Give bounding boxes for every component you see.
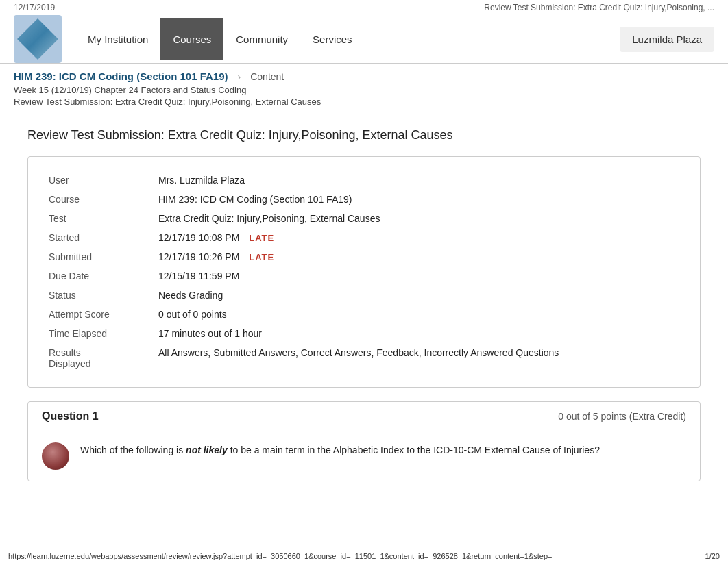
time-elapsed-row: Time Elapsed 17 minutes out of 1 hour [49,324,679,343]
status-label: Status [49,286,158,305]
due-date-row: Due Date 12/15/19 11:59 PM [49,266,679,286]
nav-services[interactable]: Services [300,18,365,60]
started-late-badge: LATE [249,233,274,243]
test-value: Extra Credit Quiz: Injury,Poisoning, Ext… [158,209,679,228]
started-value: 12/17/19 10:08 PM LATE [158,228,679,247]
results-label: ResultsDisplayed [49,343,158,373]
nav-community[interactable]: Community [223,18,300,60]
submitted-time: 12/17/19 10:26 PM [158,251,239,262]
submission-table: User Mrs. Luzmilda Plaza Course HIM 239:… [49,171,679,373]
question-number: Question 1 [42,410,99,423]
breadcrumb-area: HIM 239: ICD CM Coding (Section 101 FA19… [0,64,728,114]
attempt-score-label: Attempt Score [49,305,158,324]
question-body: Which of the following is not likely to … [28,431,700,481]
submitted-label: Submitted [49,247,158,266]
status-value: Needs Grading [158,286,679,305]
course-label: Course [49,190,158,209]
results-row: ResultsDisplayed All Answers, Submitted … [49,343,679,373]
started-row: Started 12/17/19 10:08 PM LATE [49,228,679,247]
submitted-value: 12/17/19 10:26 PM LATE [158,247,679,266]
breadcrumb-line2: Week 15 (12/10/19) Chapter 24 Factors an… [14,85,714,95]
time-elapsed-value: 17 minutes out of 1 hour [158,324,679,343]
course-value: HIM 239: ICD CM Coding (Section 101 FA19… [158,190,679,209]
breadcrumb-content[interactable]: Content [250,71,284,82]
due-date-label: Due Date [49,266,158,286]
user-row: User Mrs. Luzmilda Plaza [49,171,679,190]
submission-box: User Mrs. Luzmilda Plaza Course HIM 239:… [27,156,701,388]
question-text: Which of the following is not likely to … [80,442,600,458]
page-title-top: Review Test Submission: Extra Credit Qui… [484,3,714,12]
question-icon [42,442,69,470]
submitted-late-badge: LATE [249,252,274,262]
question-score: 0 out of 5 points (Extra Credit) [558,411,686,422]
user-label: User [49,171,158,190]
question-header: Question 1 0 out of 5 points (Extra Cred… [28,402,700,431]
started-label: Started [49,228,158,247]
logo[interactable] [14,15,62,63]
question-text-before: Which of the following is [80,445,183,455]
logo-image [17,18,58,60]
main-content: Review Test Submission: Extra Credit Qui… [0,114,728,495]
breadcrumb-line1: HIM 239: ICD CM Coding (Section 101 FA19… [14,71,714,82]
nav-courses[interactable]: Courses [160,18,223,60]
time-elapsed-label: Time Elapsed [49,324,158,343]
attempt-score-value: 0 out of 0 points [158,305,679,324]
nav-my-institution[interactable]: My Institution [75,18,160,60]
top-bar: 12/17/2019 Review Test Submission: Extra… [0,0,728,15]
question-text-after: to be a main term in the Alphabetic Inde… [230,445,600,455]
test-label: Test [49,209,158,228]
breadcrumb-sep1: › [238,71,241,82]
attempt-score-row: Attempt Score 0 out of 0 points [49,305,679,324]
nav-bar: My Institution Courses Community Service… [0,15,728,64]
course-row: Course HIM 239: ICD CM Coding (Section 1… [49,190,679,209]
date-display: 12/17/2019 [14,3,55,12]
due-date-value: 12/15/19 11:59 PM [158,266,679,286]
question-section: Question 1 0 out of 5 points (Extra Cred… [27,401,701,481]
test-row: Test Extra Credit Quiz: Injury,Poisoning… [49,209,679,228]
page-title: Review Test Submission: Extra Credit Qui… [27,128,701,142]
breadcrumb-course[interactable]: HIM 239: ICD CM Coding (Section 101 FA19… [14,71,228,82]
started-time: 12/17/19 10:08 PM [158,232,239,243]
nav-user[interactable]: Luzmilda Plaza [620,27,714,52]
nav-links: My Institution Courses Community Service… [75,18,613,60]
status-row: Status Needs Grading [49,286,679,305]
breadcrumb-line3: Review Test Submission: Extra Credit Qui… [14,97,714,107]
breadcrumb-test: Review Test Submission: Extra Credit Qui… [14,97,321,107]
submitted-row: Submitted 12/17/19 10:26 PM LATE [49,247,679,266]
results-value: All Answers, Submitted Answers, Correct … [158,343,679,373]
user-value: Mrs. Luzmilda Plaza [158,171,679,190]
question-text-italic: not likely [186,445,228,455]
breadcrumb-week: Week 15 (12/10/19) Chapter 24 Factors an… [14,85,246,95]
